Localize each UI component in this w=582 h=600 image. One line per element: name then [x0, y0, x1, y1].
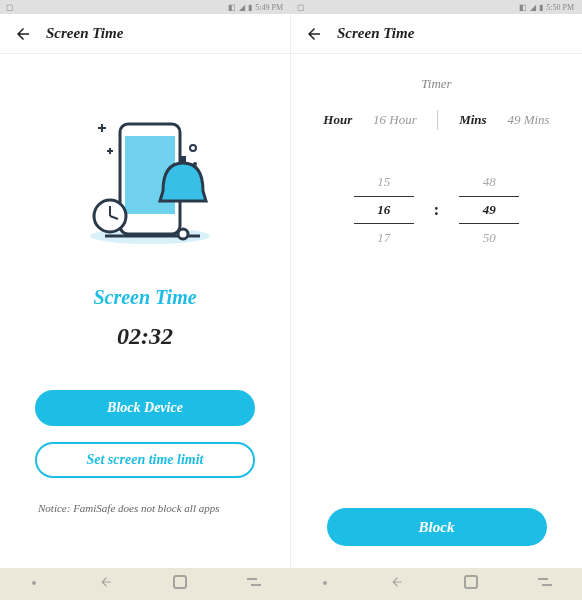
nav-bar-right — [291, 568, 582, 600]
hour-picker[interactable]: 15 16 17 — [354, 168, 414, 252]
back-icon[interactable] — [305, 25, 323, 43]
hour-next[interactable]: 17 — [377, 224, 390, 252]
time-colon: : — [434, 201, 439, 219]
app-header: Screen Time — [0, 14, 290, 54]
hour-selected[interactable]: 16 — [354, 196, 414, 224]
block-device-button[interactable]: Block Device — [35, 390, 255, 426]
timer-label: Timer — [421, 76, 451, 92]
svg-point-10 — [193, 162, 197, 166]
status-bar-left: ▢ ◧ ◢ ▮ 5:49 PM — [0, 0, 291, 14]
svg-rect-14 — [465, 576, 477, 588]
notif-icon: ◧ — [519, 3, 527, 12]
set-limit-button[interactable]: Set screen time limit — [35, 442, 255, 478]
svg-rect-12 — [174, 576, 186, 588]
screen-left: Screen Time — [0, 14, 291, 568]
nav-recent-icon[interactable] — [536, 575, 554, 593]
app-header: Screen Time — [291, 14, 582, 54]
tab-hour-value: 16 Hour — [373, 112, 417, 128]
svg-point-11 — [32, 581, 36, 585]
screentime-illustration — [65, 106, 225, 256]
image-icon: ▢ — [297, 3, 305, 12]
nav-dot-icon[interactable] — [28, 575, 40, 593]
nav-home-icon[interactable] — [172, 574, 188, 594]
svg-point-9 — [190, 145, 196, 151]
status-bars: ▢ ◧ ◢ ▮ 5:49 PM ▢ ◧ ◢ ▮ 5:50 PM — [0, 0, 582, 14]
notice-text: Notice: FamiSafe does not block all apps — [18, 502, 219, 514]
min-next[interactable]: 50 — [483, 224, 496, 252]
hour-prev[interactable]: 15 — [377, 168, 390, 196]
block-button[interactable]: Block — [327, 508, 547, 546]
nav-home-icon[interactable] — [463, 574, 479, 594]
svg-rect-8 — [180, 156, 186, 162]
tab-hour[interactable]: Hour — [323, 112, 352, 128]
signal-icon: ◢ — [239, 3, 245, 12]
nav-dot-icon[interactable] — [319, 575, 331, 593]
signal-icon: ◢ — [530, 3, 536, 12]
battery-icon: ▮ — [248, 3, 252, 12]
back-icon[interactable] — [14, 25, 32, 43]
battery-icon: ▮ — [539, 3, 543, 12]
nav-back-icon[interactable] — [388, 575, 406, 593]
nav-bars — [0, 568, 582, 600]
screentime-value: 02:32 — [117, 323, 173, 350]
status-time: 5:50 PM — [546, 3, 574, 12]
nav-recent-icon[interactable] — [245, 575, 263, 593]
screentime-label: Screen Time — [93, 286, 196, 309]
time-picker[interactable]: 15 16 17 : 48 49 50 — [354, 168, 519, 252]
tab-mins[interactable]: Mins — [459, 112, 486, 128]
page-title: Screen Time — [337, 25, 414, 42]
tab-mins-value: 49 Mins — [507, 112, 549, 128]
notif-icon: ◧ — [228, 3, 236, 12]
svg-point-13 — [323, 581, 327, 585]
status-bar-right: ▢ ◧ ◢ ▮ 5:50 PM — [291, 0, 582, 14]
nav-back-icon[interactable] — [97, 575, 115, 593]
screen-right: Screen Time Timer Hour 16 Hour Mins 49 M… — [291, 14, 582, 568]
page-title: Screen Time — [46, 25, 123, 42]
tab-separator — [437, 110, 438, 130]
min-selected[interactable]: 49 — [459, 196, 519, 224]
image-icon: ▢ — [6, 3, 14, 12]
minute-picker[interactable]: 48 49 50 — [459, 168, 519, 252]
timer-tabs: Hour 16 Hour Mins 49 Mins — [309, 102, 564, 138]
svg-point-7 — [178, 229, 188, 239]
min-prev[interactable]: 48 — [483, 168, 496, 196]
nav-bar-left — [0, 568, 291, 600]
status-time: 5:49 PM — [255, 3, 283, 12]
